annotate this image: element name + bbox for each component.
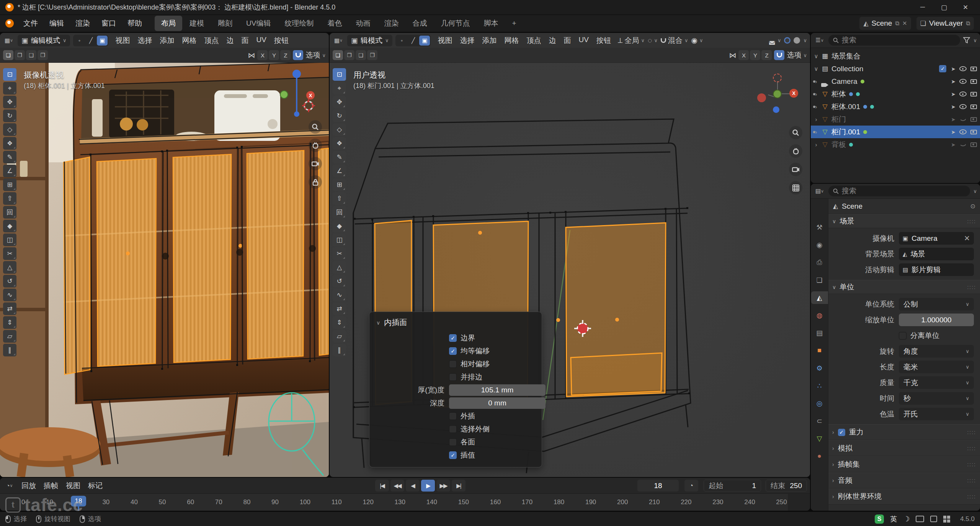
cursor-tool-icon[interactable]: ⌖: [3, 82, 16, 95]
smooth-tool-icon[interactable]: ∿: [3, 289, 16, 301]
workspace-tab[interactable]: 动画: [349, 16, 377, 31]
id-selector-field[interactable]: ▤ 影片剪辑: [899, 263, 974, 276]
workspace-tab[interactable]: 合成: [406, 16, 433, 31]
mirror-axis-button[interactable]: Z: [280, 50, 291, 60]
grid-toggle-icon[interactable]: [789, 181, 802, 194]
unit-select[interactable]: 千克∨: [899, 376, 974, 389]
pin-icon[interactable]: ⊙: [970, 203, 975, 210]
editor-type-icon[interactable]: ▤∨: [814, 186, 825, 196]
cursor-tool-icon[interactable]: ⌖: [333, 82, 346, 95]
viewport-menu-item[interactable]: 选择: [134, 34, 156, 47]
zoom-icon[interactable]: [309, 120, 322, 134]
tool-options-dropdown[interactable]: 选项∨: [305, 50, 326, 60]
mirror-axis-button[interactable]: Y: [269, 50, 279, 60]
measure-tool-icon[interactable]: ∠: [3, 165, 16, 177]
axis-z-ball[interactable]: [773, 106, 779, 113]
scene-selector[interactable]: ◭ Scene ⧉ ✕: [859, 17, 911, 30]
constraints-properties-tab[interactable]: ⊂: [812, 415, 827, 427]
keyboard-icon[interactable]: [916, 516, 924, 522]
timeline-menu-item[interactable]: 插帧: [40, 479, 62, 493]
smooth-tool-icon[interactable]: ∿: [333, 289, 346, 301]
viewport-menu-item[interactable]: 网格: [500, 34, 523, 47]
viewport-menu-item[interactable]: 按钮: [270, 34, 292, 47]
selectable-icon[interactable]: ➤: [951, 116, 956, 123]
collapsed-panel-header[interactable]: › ✓ 重力 ::::: [828, 424, 980, 440]
visibility-eye-icon[interactable]: [959, 104, 967, 109]
outliner-search-input[interactable]: 搜索: [828, 35, 960, 46]
inset-faces-tool-icon[interactable]: 回: [333, 206, 346, 219]
output-properties-tab[interactable]: ⎙: [812, 256, 827, 269]
extrude-tool-icon[interactable]: ⇧: [3, 192, 16, 205]
workspace-tab[interactable]: UV编辑: [240, 16, 277, 31]
expand-arrow-icon[interactable]: ›: [812, 116, 820, 123]
object-name[interactable]: 柜门: [831, 114, 846, 124]
timeline-ruler[interactable]: 0102030405060708090100110120130140150160…: [0, 494, 810, 511]
workspace-tab[interactable]: 几何节点: [434, 16, 476, 31]
timeline-menu-item[interactable]: 视图: [62, 479, 84, 493]
render-visibility-icon[interactable]: [970, 117, 977, 122]
outliner-row[interactable]: › Camera ➤: [811, 75, 980, 88]
grid-menu-icon[interactable]: [943, 516, 950, 523]
mirror-axis-button[interactable]: X: [257, 50, 268, 60]
clear-scene-icon[interactable]: ✕: [902, 20, 907, 27]
render-visibility-icon[interactable]: [970, 79, 977, 84]
mode-dropdown[interactable]: ▣ 编辑模式∨: [18, 35, 70, 46]
unit-system-select[interactable]: 公制∨: [899, 298, 974, 310]
selectable-icon[interactable]: ➤: [951, 91, 956, 97]
select-box-tool-icon[interactable]: ⊡: [3, 68, 16, 81]
mirror-axis-button[interactable]: X: [738, 50, 749, 60]
object-name[interactable]: 柜体.001: [831, 102, 860, 112]
selectable-icon[interactable]: ➤: [951, 78, 956, 85]
chevron-down-icon[interactable]: ∨: [973, 188, 977, 194]
viewport-menu-item[interactable]: 顶点: [200, 34, 222, 47]
loop-cut-tool-icon[interactable]: ◫: [3, 234, 16, 246]
camera-view-icon[interactable]: [789, 163, 802, 176]
filter-icon[interactable]: [963, 37, 970, 43]
navigation-gizmo[interactable]: X: [756, 74, 799, 116]
transport-button[interactable]: ◀◀: [390, 480, 404, 492]
selection-op-button[interactable]: ❐: [344, 50, 354, 60]
selection-op-button[interactable]: ❑: [356, 50, 366, 60]
show-overlays-icon[interactable]: ◛∨: [769, 36, 781, 45]
collapsed-panel-header[interactable]: › 模拟 ::::: [828, 440, 980, 456]
selection-op-button[interactable]: ❏: [3, 50, 13, 60]
selection-op-button[interactable]: ❒: [367, 50, 377, 60]
operator-checkbox[interactable]: ✓ 均等偏移: [449, 346, 536, 356]
zoom-icon[interactable]: [789, 126, 802, 139]
scale-tool-icon[interactable]: ◇: [333, 123, 346, 136]
operator-checkbox[interactable]: ✓ 各面: [449, 437, 536, 447]
expand-arrow-icon[interactable]: ∨: [812, 65, 820, 72]
operator-value-slider[interactable]: 0 mm: [449, 397, 546, 409]
input-method-icon[interactable]: S: [875, 515, 884, 524]
move-tool-icon[interactable]: ✥: [3, 96, 16, 108]
viewport-menu-item[interactable]: 视图: [434, 34, 456, 47]
workspace-tab[interactable]: +: [505, 16, 523, 30]
render-visibility-icon[interactable]: [970, 92, 977, 96]
viewport-menu-item[interactable]: 边: [222, 34, 237, 47]
object-name[interactable]: 场景集合: [831, 51, 861, 61]
visibility-eye-icon[interactable]: [959, 66, 967, 71]
transform-orientation-dropdown[interactable]: ⟂ 全局∨: [618, 36, 645, 46]
spin-tool-icon[interactable]: ↺: [333, 275, 346, 288]
visibility-eye-icon[interactable]: [959, 143, 967, 146]
outliner-row[interactable]: › ▽ 背板 ➤: [811, 138, 980, 151]
scale-tool-icon[interactable]: ◇: [3, 123, 16, 136]
selectable-icon[interactable]: ➤: [951, 104, 956, 110]
transport-button[interactable]: ◀: [406, 480, 420, 492]
render-visibility-icon[interactable]: [970, 130, 977, 134]
viewlayer-selector[interactable]: ❏ ViewLayer ⧉: [916, 17, 974, 30]
chevron-down-icon[interactable]: ∨: [973, 38, 977, 43]
render-visibility-icon[interactable]: [970, 67, 977, 71]
use-preview-range-icon[interactable]: ◔: [684, 480, 698, 492]
transport-button[interactable]: |◀: [375, 480, 389, 492]
render-visibility-icon[interactable]: [970, 142, 977, 147]
shrink-fatten-tool-icon[interactable]: ⇕: [3, 316, 16, 329]
outliner-row[interactable]: ∨ ▤ Collection ✓ ➤: [811, 62, 980, 75]
id-selector-field[interactable]: ◭ 场景: [899, 248, 974, 260]
tool-properties-tab[interactable]: ⚒: [812, 221, 827, 234]
mirror-axis-button[interactable]: Z: [761, 50, 772, 60]
measure-tool-icon[interactable]: ∠: [333, 165, 346, 177]
transport-button[interactable]: ▶▶: [436, 480, 450, 492]
axis-y-ball[interactable]: [757, 93, 766, 102]
axis-x-ball[interactable]: X: [789, 89, 798, 98]
